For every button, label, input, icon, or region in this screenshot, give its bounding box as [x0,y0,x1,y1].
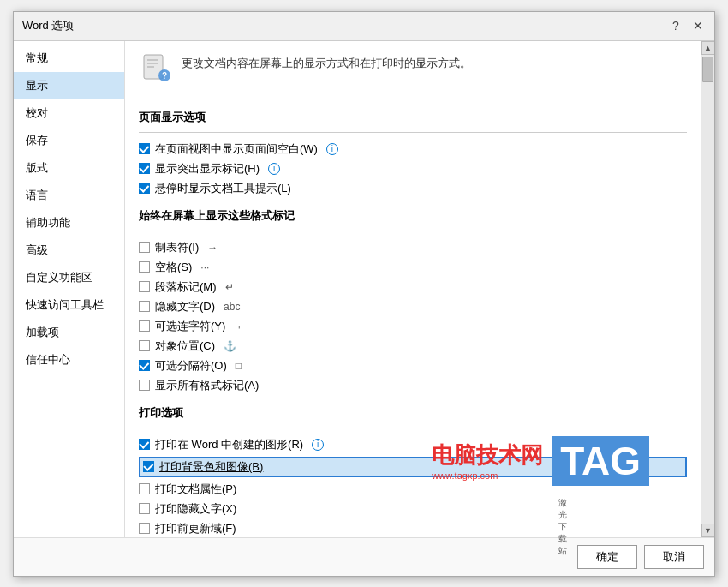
cb-box-print-update_fields[interactable] [139,523,150,534]
sidebar-item-addins[interactable]: 加载项 [14,319,124,346]
page-display-section-title: 页面显示选项 [139,110,687,125]
option-label-print-print_hidden: 打印隐藏文字(X) [155,501,236,517]
info-icon-show_whitespace[interactable]: i [326,143,338,155]
corner-logo-line1: 激光下载站 [558,497,567,557]
checkbox-print-print_shapes[interactable]: 打印在 Word 中创建的图形(R) [139,437,303,452]
scrollbar-right[interactable]: ▲ ▼ [701,41,714,537]
header-description: ? 更改文档内容在屏幕上的显示方式和在打印时的显示方式。 [139,51,687,96]
cb-box-print-print_shapes[interactable] [139,439,150,450]
cb-box-print-print_bg[interactable] [143,461,154,472]
sidebar-item-trust_center[interactable]: 信任中心 [14,346,124,374]
page-option-show_tooltips: 悬停时显示文档工具提示(L) [139,181,687,196]
cb-box-print-print_props[interactable] [139,483,150,494]
symbol-fm-optional_hyphen: ¬ [234,320,240,332]
cb-box-show_highlight[interactable] [139,163,150,174]
sidebar-item-general[interactable]: 常规 [14,45,124,72]
cb-box-fm-optional_break[interactable] [139,360,150,371]
sidebar-item-proofing[interactable]: 校对 [14,99,124,127]
format-mark-hidden: 隐藏文字(D)abc [139,299,687,314]
option-label-fm-hidden: 隐藏文字(D) [155,299,215,314]
option-label-print-print_props: 打印文档属性(P) [155,482,236,497]
dialog-body: 常规显示校对保存版式语言辅助功能高级自定义功能区快速访问工具栏加载项信任中心 ?… [14,41,714,537]
option-label-show_tooltips: 悬停时显示文档工具提示(L) [155,181,291,196]
option-label-print-print_shapes: 打印在 Word 中创建的图形(R) [155,437,303,452]
sidebar-item-customize_ribbon[interactable]: 自定义功能区 [14,264,124,291]
checkbox-show_tooltips[interactable]: 悬停时显示文档工具提示(L) [139,181,291,196]
checkbox-print-print_props[interactable]: 打印文档属性(P) [139,482,236,497]
format-mark-tab: 制表符(I)→ [139,240,687,255]
checkbox-fm-hidden[interactable]: 隐藏文字(D) [139,299,215,314]
titlebar-controls: ? ✕ [668,18,706,33]
ok-cancel-bar: 激光下载站 确定 取消 [14,537,714,576]
format-mark-paragraph: 段落标记(M)↵ [139,279,687,295]
checkbox-fm-paragraph[interactable]: 段落标记(M) [139,279,217,295]
scroll-track [701,55,714,524]
sidebar-item-advanced[interactable]: 高级 [14,237,124,264]
checkbox-fm-tab[interactable]: 制表符(I) [139,240,199,255]
cb-box-fm-paragraph[interactable] [139,281,150,292]
option-label-show_whitespace: 在页面视图中显示页面间空白(W) [155,141,318,157]
scroll-thumb[interactable] [702,57,713,82]
format-mark-all_marks: 显示所有格式标记(A) [139,378,687,393]
cb-box-fm-optional_hyphen[interactable] [139,320,150,332]
checkbox-print-update_fields[interactable]: 打印前更新域(F) [139,521,236,536]
info-icon-print-print_shapes[interactable]: i [312,439,324,451]
checkbox-print-print_hidden[interactable]: 打印隐藏文字(X) [139,501,236,517]
checkbox-fm-optional_hyphen[interactable]: 可选连字符(Y) [139,319,225,334]
checkbox-print-print_bg[interactable]: 打印背景色和图像(B) [143,459,263,475]
print-options-container: 打印在 Word 中创建的图形(R)i打印背景色和图像(B)打印文档属性(P)打… [139,437,687,537]
sidebar-item-language[interactable]: 语言 [14,182,124,209]
cancel-button[interactable]: 取消 [644,545,704,569]
cb-box-fm-tab[interactable] [139,242,150,253]
page-options-container: 在页面视图中显示页面间空白(W)i显示突出显示标记(H)i悬停时显示文档工具提示… [139,141,687,196]
info-icon-show_highlight[interactable]: i [268,163,280,175]
cb-box-fm-space[interactable] [139,261,150,273]
sidebar-item-quick_access[interactable]: 快速访问工具栏 [14,291,124,319]
sidebar-item-format[interactable]: 版式 [14,154,124,182]
dialog-title: Word 选项 [22,18,74,33]
print-option-print_props: 打印文档属性(P) [139,482,687,497]
ok-button[interactable]: 确定 [577,545,637,569]
symbol-fm-paragraph: ↵ [225,281,234,293]
cb-box-show_whitespace[interactable] [139,143,150,154]
header-description-text: 更改文档内容在屏幕上的显示方式和在打印时的显示方式。 [182,51,471,72]
titlebar: Word 选项 ? ✕ [14,12,714,41]
word-options-dialog: Word 选项 ? ✕ 常规显示校对保存版式语言辅助功能高级自定义功能区快速访问… [13,11,715,577]
sidebar-item-save[interactable]: 保存 [14,127,124,154]
close-button[interactable]: ✕ [690,18,706,33]
option-label-fm-object_anchor: 对象位置(C) [155,338,215,354]
option-label-fm-tab: 制表符(I) [155,240,199,255]
cb-box-show_tooltips[interactable] [139,183,150,194]
scroll-down-arrow[interactable]: ▼ [701,524,715,537]
divider-page-display [139,132,687,133]
cb-box-fm-all_marks[interactable] [139,380,150,391]
checkbox-show_whitespace[interactable]: 在页面视图中显示页面间空白(W) [139,141,318,157]
print-option-print_hidden: 打印隐藏文字(X) [139,501,687,517]
format-mark-optional_hyphen: 可选连字符(Y)¬ [139,319,687,334]
help-button[interactable]: ? [668,18,683,33]
scroll-up-arrow[interactable]: ▲ [701,41,715,55]
checkbox-fm-space[interactable]: 空格(S) [139,260,192,275]
checkbox-fm-optional_break[interactable]: 可选分隔符(O) [139,358,227,374]
symbol-fm-hidden: abc [224,301,240,313]
cb-box-print-print_hidden[interactable] [139,503,150,514]
symbol-fm-tab: → [207,242,218,254]
svg-text:?: ? [162,71,167,81]
checkbox-fm-object_anchor[interactable]: 对象位置(C) [139,338,215,354]
cb-box-fm-object_anchor[interactable] [139,340,150,351]
option-label-fm-optional_hyphen: 可选连字符(Y) [155,319,225,334]
sidebar-item-accessibility[interactable]: 辅助功能 [14,209,124,237]
sidebar-item-display[interactable]: 显示 [14,72,124,99]
format-mark-optional_break: 可选分隔符(O)□ [139,358,687,374]
format-marks-container: 制表符(I)→空格(S)···段落标记(M)↵隐藏文字(D)abc可选连字符(Y… [139,240,687,393]
format-mark-object_anchor: 对象位置(C)⚓ [139,338,687,354]
divider-format-marks [139,231,687,231]
format-marks-section-title: 始终在屏幕上显示这些格式标记 [139,208,687,224]
main-content: ? 更改文档内容在屏幕上的显示方式和在打印时的显示方式。 页面显示选项 在页面视… [125,41,701,537]
cb-box-fm-hidden[interactable] [139,301,150,312]
checkbox-show_highlight[interactable]: 显示突出显示标记(H) [139,161,260,177]
checkbox-fm-all_marks[interactable]: 显示所有格式标记(A) [139,378,259,393]
page-option-show_highlight: 显示突出显示标记(H)i [139,161,687,177]
symbol-fm-optional_break: □ [236,360,242,372]
option-label-print-print_bg: 打印背景色和图像(B) [159,459,263,475]
